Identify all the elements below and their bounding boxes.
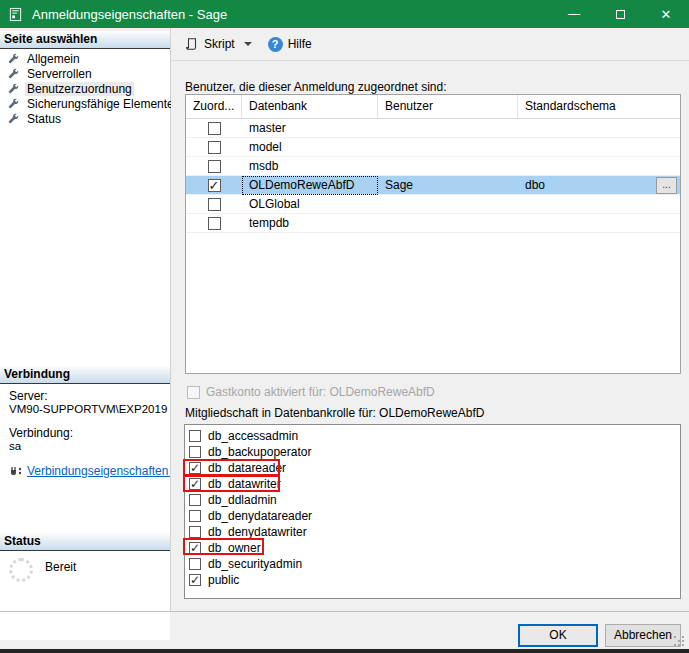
table-row[interactable]: model	[186, 138, 680, 157]
column-header-benutzer[interactable]: Benutzer	[378, 95, 518, 118]
role-label: db_accessadmin	[208, 429, 298, 443]
role-row[interactable]: db_datawriter	[185, 476, 680, 492]
table-row[interactable]: OLGlobal	[186, 195, 680, 214]
role-row[interactable]: db_accessadmin	[185, 428, 680, 444]
guest-account-label: Gastkonto aktiviert für: OLDemoReweAbfD	[206, 385, 435, 399]
sidebar-item-label: Sicherungsfähige Elemente	[25, 97, 176, 111]
role-checkbox[interactable]	[189, 430, 201, 442]
help-button[interactable]: ? Hilfe	[264, 34, 316, 55]
cancel-button[interactable]: Abbrechen	[605, 624, 681, 647]
role-checkbox[interactable]	[189, 526, 201, 538]
footer-divider	[0, 611, 689, 612]
sidebar-item-benutzerzuordnung[interactable]: Benutzerzuordnung	[0, 81, 170, 96]
role-label: db_denydatawriter	[208, 525, 307, 539]
user-cell	[378, 119, 518, 138]
dialog-window-icon	[8, 7, 23, 22]
role-checkbox[interactable]	[189, 462, 201, 474]
wrench-icon	[7, 83, 19, 95]
toolbar: Skript ? Hilfe	[171, 28, 689, 61]
guest-account-checkbox	[187, 386, 200, 399]
role-checkbox[interactable]	[189, 558, 201, 570]
sidebar-item-label: Serverrollen	[25, 67, 94, 81]
role-checkbox[interactable]	[189, 494, 201, 506]
connection-panel: Server: VM90-SUPPORTVM\EXP2019 Verbindun…	[0, 384, 170, 533]
status-value: Bereit	[45, 560, 76, 574]
script-icon	[185, 37, 199, 51]
user-cell	[378, 195, 518, 214]
column-header-datenbank[interactable]: Datenbank	[242, 95, 378, 118]
ok-button[interactable]: OK	[518, 624, 598, 647]
status-panel: Bereit	[0, 551, 170, 640]
database-cell: master	[242, 119, 378, 138]
database-cell: msdb	[242, 157, 378, 176]
database-cell: tempdb	[242, 214, 378, 233]
schema-cell	[518, 138, 680, 157]
sidebar-item-label: Allgemein	[25, 52, 82, 66]
column-header-standardschema[interactable]: Standardschema	[518, 95, 680, 118]
role-checkbox[interactable]	[189, 542, 201, 554]
role-row[interactable]: public	[185, 572, 680, 588]
connection-value: sa	[9, 440, 170, 453]
role-checkbox[interactable]	[189, 574, 201, 586]
role-checkbox[interactable]	[189, 446, 201, 458]
role-row[interactable]: db_securityadmin	[185, 556, 680, 572]
main-panel: Benutzer, die dieser Anmeldung zugeordne…	[171, 61, 689, 612]
wrench-icon	[7, 113, 19, 125]
sidebar-item-allgemein[interactable]: Allgemein	[0, 51, 170, 66]
schema-cell	[518, 157, 680, 176]
database-cell: model	[242, 138, 378, 157]
sidebar-item-label: Benutzerzuordnung	[25, 82, 134, 96]
map-checkbox[interactable]	[208, 122, 221, 135]
database-cell: OLDemoReweAbfD	[242, 176, 378, 195]
sidebar-item-sicherungsfaehige-elemente[interactable]: Sicherungsfähige Elemente	[0, 96, 170, 111]
user-cell	[378, 138, 518, 157]
map-checkbox[interactable]	[208, 198, 221, 211]
role-row[interactable]: db_owner	[185, 540, 680, 556]
guest-account-row: Gastkonto aktiviert für: OLDemoReweAbfD	[187, 385, 435, 399]
sidebar-item-label: Status	[25, 112, 63, 126]
login-properties-dialog: Anmeldungseigenschaften - Sage — ✕ Seite…	[0, 0, 689, 653]
map-checkbox[interactable]	[208, 160, 221, 173]
sidebar-item-serverrollen[interactable]: Serverrollen	[0, 66, 170, 81]
sidebar-item-status[interactable]: Status	[0, 111, 170, 126]
resize-grip[interactable]	[674, 636, 686, 648]
map-checkbox[interactable]	[208, 217, 221, 230]
role-label: db_ddladmin	[208, 493, 277, 507]
table-row[interactable]: master	[186, 119, 680, 138]
database-cell: OLGlobal	[242, 195, 378, 214]
table-row[interactable]: msdb	[186, 157, 680, 176]
schema-cell	[518, 119, 680, 138]
maximize-button[interactable]	[597, 0, 643, 28]
role-row[interactable]: db_backupoperator	[185, 444, 680, 460]
help-label: Hilfe	[288, 37, 312, 51]
table-row-selected[interactable]: OLDemoReweAbfD Sage dbo ...	[186, 176, 680, 195]
role-checkbox[interactable]	[189, 478, 201, 490]
role-row[interactable]: db_ddladmin	[185, 492, 680, 508]
script-button[interactable]: Skript	[181, 34, 256, 54]
select-page-panel: Allgemein Serverrollen Benutzerzuordnung…	[0, 49, 170, 366]
role-row[interactable]: db_denydatareader	[185, 508, 680, 524]
wrench-icon	[7, 68, 19, 80]
server-label: Server:	[9, 390, 170, 403]
window-title: Anmeldungseigenschaften - Sage	[32, 7, 227, 22]
server-value: VM90-SUPPORTVM\EXP2019	[9, 403, 170, 416]
view-connection-properties-link[interactable]: Verbindungseigenschaften anz	[27, 465, 170, 478]
status-header: Status	[0, 533, 170, 551]
role-row[interactable]: db_denydatawriter	[185, 524, 680, 540]
role-row[interactable]: db_datareader	[185, 460, 680, 476]
minimize-button[interactable]: —	[551, 0, 597, 28]
maximize-icon	[616, 10, 625, 19]
wrench-icon	[7, 98, 19, 110]
progress-spinner-icon	[9, 558, 33, 582]
close-button[interactable]: ✕	[643, 0, 689, 28]
column-header-zuordnen[interactable]: Zuord...	[186, 95, 242, 118]
table-row[interactable]: tempdb	[186, 214, 680, 233]
user-cell: Sage	[378, 176, 518, 195]
role-label: db_securityadmin	[208, 557, 302, 571]
map-checkbox[interactable]	[208, 141, 221, 154]
role-checkbox[interactable]	[189, 510, 201, 522]
map-checkbox[interactable]	[208, 179, 221, 192]
users-mapped-label: Benutzer, die dieser Anmeldung zugeordne…	[185, 80, 447, 94]
schema-cell	[518, 195, 680, 214]
browse-schema-button[interactable]: ...	[656, 177, 677, 194]
